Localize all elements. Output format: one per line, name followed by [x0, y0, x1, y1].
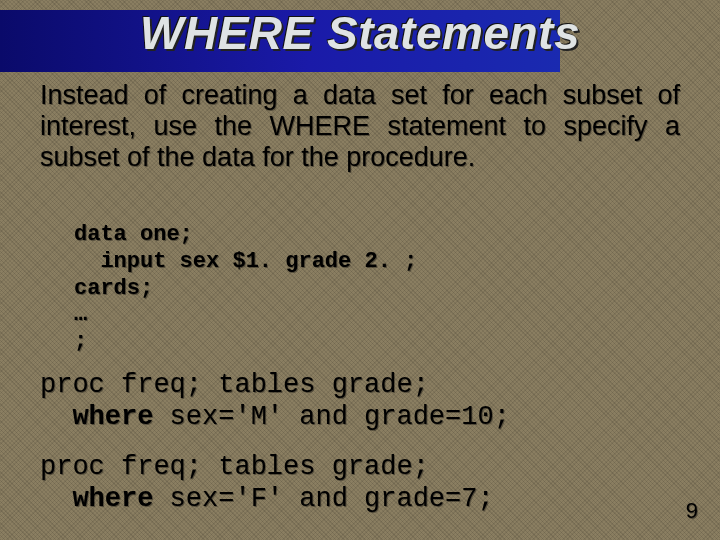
page-number: 9 — [686, 498, 698, 524]
keyword-where: where — [72, 484, 153, 514]
code-text: sex='M' and grade=10; — [153, 402, 509, 432]
code-line: … — [74, 302, 87, 327]
keyword-where: where — [72, 402, 153, 432]
code-line: cards; — [74, 276, 153, 301]
code-line: ; — [74, 329, 87, 354]
code-indent — [40, 402, 72, 432]
code-block-data-step: data one; input sex $1. grade 2. ; cards… — [74, 222, 417, 356]
code-line: input sex $1. grade 2. ; — [74, 249, 417, 274]
code-line: proc freq; tables grade; — [40, 452, 429, 482]
code-indent — [40, 484, 72, 514]
code-block-proc-2: proc freq; tables grade; where sex='F' a… — [40, 452, 494, 516]
code-block-proc-1: proc freq; tables grade; where sex='M' a… — [40, 370, 510, 434]
body-paragraph: Instead of creating a data set for each … — [40, 80, 680, 173]
code-line: proc freq; tables grade; — [40, 370, 429, 400]
slide-title: WHERE Statements — [0, 6, 720, 60]
code-line: data one; — [74, 222, 193, 247]
slide: WHERE Statements Instead of creating a d… — [0, 0, 720, 540]
code-text: sex='F' and grade=7; — [153, 484, 493, 514]
